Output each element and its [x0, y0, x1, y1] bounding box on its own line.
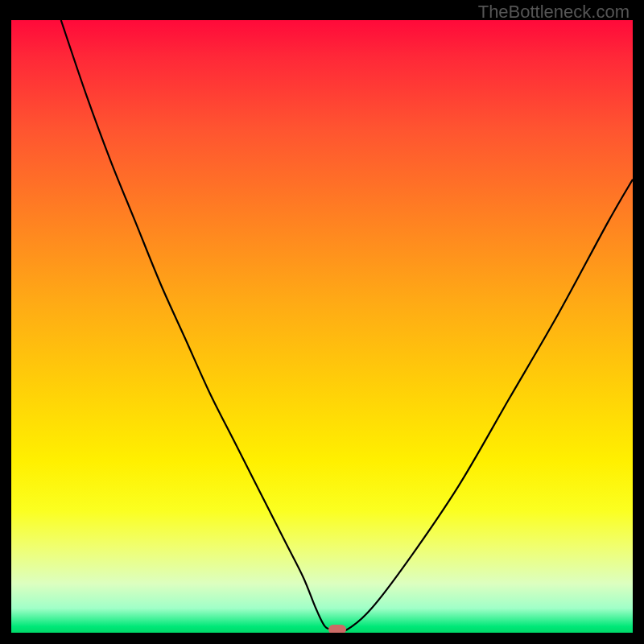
- plot-area: [11, 20, 633, 633]
- optimal-point-marker: [328, 625, 346, 633]
- chart-frame: [11, 20, 633, 633]
- bottleneck-curve: [11, 20, 633, 633]
- watermark-text: TheBottleneck.com: [478, 2, 630, 23]
